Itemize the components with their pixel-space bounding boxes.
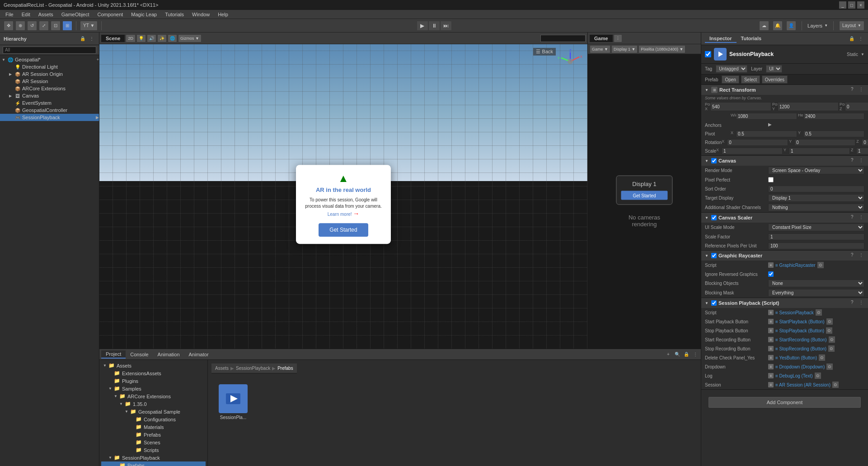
pos-x-input[interactable]	[710, 102, 771, 111]
maximize-btn[interactable]: □	[848, 1, 855, 9]
scale-factor-input[interactable]	[768, 233, 864, 240]
transform-rotate-btn[interactable]: ↺	[27, 21, 37, 31]
session-select-btn[interactable]: ⊙	[832, 382, 839, 388]
scene-search-input[interactable]	[540, 35, 586, 42]
canvas-scaler-checkbox[interactable]	[711, 215, 717, 220]
start-recording-select-btn[interactable]: ⊙	[829, 336, 835, 343]
tree-item-canvas[interactable]: ▶ 🖼 Canvas	[0, 92, 99, 99]
scene-scene-btn[interactable]: 🌐	[168, 34, 177, 42]
transform-rect-btn[interactable]: ⊡	[51, 21, 61, 31]
rect-transform-more-icon[interactable]: ⋮	[859, 87, 865, 93]
tree-item-eventsystem[interactable]: ⚡ EventSystem	[0, 99, 99, 107]
inspector-more-btn[interactable]: ⋮	[857, 35, 864, 42]
sp-script-select-btn[interactable]: ⊙	[816, 309, 822, 316]
scene-tab[interactable]: Scene	[101, 35, 125, 42]
menu-component[interactable]: Component	[94, 11, 127, 18]
rect-transform-header[interactable]: ▼ ⊞ Rect Transform ? ⋮	[701, 85, 868, 95]
width-input[interactable]	[736, 113, 797, 120]
learn-more-link[interactable]: Learn more!	[328, 212, 352, 217]
render-mode-select[interactable]: Screen Space - Overlay	[768, 167, 864, 174]
tree-item-geocontroller[interactable]: 📦 GeospatialController	[0, 107, 99, 114]
object-active-checkbox[interactable]	[705, 51, 711, 57]
sp-script-checkbox[interactable]	[711, 300, 717, 306]
scene-fx-btn[interactable]: ✨	[157, 34, 167, 42]
layer-select[interactable]: UI	[766, 65, 782, 73]
stop-recording-select-btn[interactable]: ⊙	[828, 345, 835, 352]
blocking-mask-select[interactable]: Everything	[768, 289, 864, 297]
menu-window[interactable]: Window	[188, 11, 213, 18]
pivot-x-input[interactable]	[736, 130, 797, 137]
tree-item-geospatial[interactable]: ▼ 🌐 Geospatial* +	[0, 56, 99, 63]
game-resolution-dropdown[interactable]: Pixel6a (1080x2400) ▼	[638, 45, 685, 53]
scene-back-btn[interactable]: ☰ Back	[533, 48, 556, 56]
session-playback-script-header[interactable]: ▼ Session Playback (Script) ? ⋮	[701, 298, 868, 308]
minimize-btn[interactable]: _	[839, 1, 846, 9]
graphic-raycaster-header[interactable]: ▼ Graphic Raycaster ? ⋮	[701, 251, 868, 261]
start-playback-select-btn[interactable]: ⊙	[826, 318, 833, 325]
scale-y-input[interactable]	[789, 148, 850, 154]
step-btn[interactable]: ⏭	[440, 21, 452, 31]
pixel-perfect-checkbox[interactable]	[768, 177, 774, 182]
folder-1350[interactable]: ▼ 📁 1.35.0	[101, 400, 206, 408]
game-display-num-dropdown[interactable]: Display 1 ▼	[611, 45, 638, 53]
game-display-dropdown[interactable]: Game ▼	[590, 45, 610, 53]
sp-script-settings-icon[interactable]: ?	[851, 300, 857, 306]
object-name[interactable]: SessionPlayback	[729, 51, 844, 57]
pivot-y-input[interactable]	[803, 130, 864, 137]
sort-order-input[interactable]	[768, 186, 864, 192]
scene-2d-btn[interactable]: 2D	[126, 34, 136, 42]
hierarchy-more-btn[interactable]: ⋮	[88, 35, 95, 42]
rot-y-input[interactable]	[794, 139, 855, 146]
layers-dropdown[interactable]: Layers ▼	[807, 23, 828, 28]
play-btn[interactable]: ▶	[417, 21, 428, 31]
delete-check-select-btn[interactable]: ⊙	[819, 354, 825, 361]
menu-file[interactable]: File	[2, 11, 17, 18]
transform-move-btn[interactable]: ⊕	[15, 21, 25, 31]
pivot-dropdown[interactable]: YT ▼	[80, 21, 98, 31]
folder-scenes-geo[interactable]: 📁 Scenes	[101, 438, 206, 446]
close-btn[interactable]: ×	[857, 1, 864, 9]
tree-item-sessionplayback[interactable]: 🎮 SessionPlayback ▶	[0, 114, 99, 121]
canvas-settings-icon[interactable]: ?	[851, 158, 857, 164]
hierarchy-lock-btn[interactable]: 🔒	[79, 35, 86, 42]
folder-arcore-ext[interactable]: ▼ 📁 ARCore Extensions	[101, 392, 206, 400]
folder-configurations[interactable]: 📁 Configurations	[101, 415, 206, 423]
tree-expand-btn[interactable]: ▶	[96, 115, 99, 120]
target-display-select[interactable]: Display 1	[768, 194, 864, 202]
tab-inspector[interactable]: Inspector	[705, 35, 737, 43]
add-component-btn[interactable]: Add Component	[708, 397, 861, 408]
project-more-btn[interactable]: ⋮	[692, 351, 699, 358]
raycaster-checkbox[interactable]	[711, 253, 717, 258]
tag-select[interactable]: Untagged	[716, 65, 747, 73]
rot-z-input[interactable]	[862, 139, 868, 146]
pause-btn[interactable]: ⏸	[428, 21, 440, 31]
transform-scale-btn[interactable]: ⤢	[39, 21, 49, 31]
folder-plugins[interactable]: 📁 Plugins	[101, 377, 206, 385]
scene-gizmos-btn[interactable]: Gizmos ▼	[178, 34, 202, 42]
tab-console[interactable]: Console	[126, 351, 153, 358]
raycaster-more-icon[interactable]: ⋮	[859, 252, 865, 259]
folder-scripts-geo[interactable]: 📁 Scripts	[101, 446, 206, 454]
rect-transform-settings-icon[interactable]: ?	[851, 87, 857, 93]
transform-hand-btn[interactable]: ✥	[4, 21, 14, 31]
additional-shader-select[interactable]: Nothing	[768, 204, 864, 211]
folder-sessionplayback[interactable]: ▼ 📁 SessionPlayback	[101, 454, 206, 461]
tree-item-dirlight[interactable]: 💡 Directional Light	[0, 63, 99, 70]
menu-assets[interactable]: Assets	[35, 11, 57, 18]
rot-x-input[interactable]	[727, 139, 788, 146]
cloud-btn[interactable]: 🔔	[773, 21, 783, 31]
folder-prefabs-sp[interactable]: 📁 Prefabs	[101, 461, 206, 466]
tree-add-btn[interactable]: +	[97, 57, 99, 62]
canvas-scaler-header[interactable]: ▼ Canvas Scaler ? ⋮	[701, 213, 868, 223]
folder-extensionsassets[interactable]: 📁 ExtensionsAssets	[101, 369, 206, 377]
inspector-lock-btn[interactable]: 🔒	[848, 35, 855, 42]
scene-audio-btn[interactable]: 🔊	[147, 34, 156, 42]
canvas-header[interactable]: ▼ Canvas ? ⋮	[701, 156, 868, 166]
folder-prefabs-geo[interactable]: 📁 Prefabs	[101, 431, 206, 438]
menu-tutorials[interactable]: Tutorials	[161, 11, 188, 18]
breadcrumb-assets[interactable]: Assets	[215, 366, 229, 371]
scale-z-input[interactable]	[856, 148, 868, 154]
acct-btn[interactable]: 👤	[786, 21, 796, 31]
game-get-started-btn[interactable]: Get Started	[621, 191, 668, 200]
pos-z-input[interactable]	[845, 102, 868, 111]
